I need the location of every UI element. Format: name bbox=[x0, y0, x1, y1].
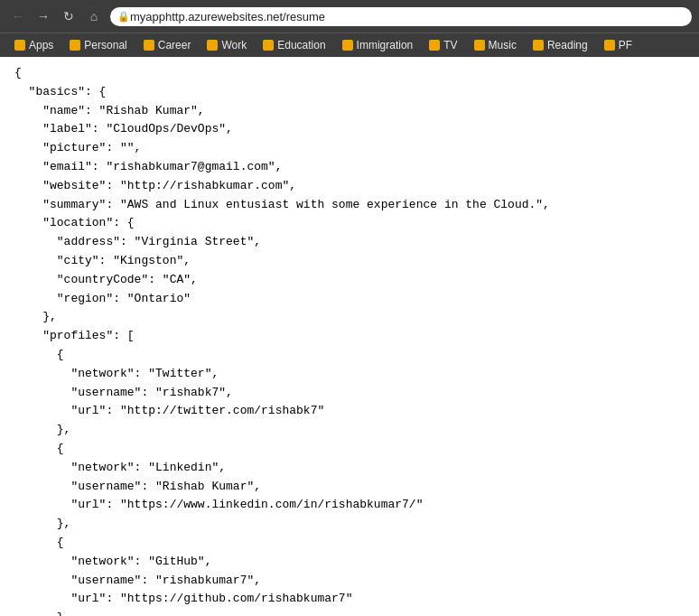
json-line: }, bbox=[14, 421, 685, 440]
json-line: }, bbox=[14, 515, 685, 534]
bookmark-folder-icon bbox=[342, 40, 353, 51]
json-line: "url": "https://github.com/rishabkumar7" bbox=[14, 590, 685, 609]
json-line: { bbox=[14, 440, 685, 459]
reload-button[interactable]: ↻ bbox=[58, 5, 79, 27]
bookmark-label: PF bbox=[619, 39, 632, 51]
bookmark-folder-icon bbox=[533, 40, 544, 51]
json-line: "url": "https://www.linkedin.com/in/rish… bbox=[14, 496, 685, 515]
json-line: "username": "rishabk7", bbox=[14, 384, 685, 403]
bookmark-item[interactable]: PF bbox=[597, 37, 639, 53]
bookmark-folder-icon bbox=[263, 40, 274, 51]
json-line: "summary": "AWS and Linux entusiast with… bbox=[14, 196, 685, 215]
bookmark-folder-icon bbox=[474, 40, 485, 51]
json-line: { bbox=[14, 346, 685, 365]
json-line: "username": "rishabkumar7", bbox=[14, 572, 685, 591]
bookmark-folder-icon bbox=[207, 40, 218, 51]
address-bar-container: 🔒 bbox=[110, 7, 692, 26]
json-line: "countryCode": "CA", bbox=[14, 271, 685, 290]
json-line: } bbox=[14, 609, 685, 616]
forward-button[interactable]: → bbox=[33, 5, 54, 27]
json-line: "username": "Rishab Kumar", bbox=[14, 478, 685, 497]
bookmarks-bar: AppsPersonalCareerWorkEducationImmigrati… bbox=[0, 33, 699, 57]
bookmark-label: Music bbox=[489, 39, 517, 51]
json-line: "profiles": [ bbox=[14, 327, 685, 346]
bookmark-item[interactable]: Immigration bbox=[335, 37, 421, 53]
bookmark-label: Immigration bbox=[357, 39, 414, 51]
bookmark-item[interactable]: TV bbox=[422, 37, 464, 53]
address-input[interactable] bbox=[110, 7, 692, 26]
bookmark-folder-icon bbox=[144, 40, 154, 51]
json-line: "region": "Ontario" bbox=[14, 290, 685, 309]
bookmark-item[interactable]: Reading bbox=[526, 37, 595, 53]
bookmark-label: Apps bbox=[29, 39, 53, 51]
json-line: "basics": { bbox=[14, 83, 685, 102]
json-line: "website": "http://rishabkumar.com", bbox=[14, 177, 685, 196]
browser-chrome: ← → ↻ ⌂ 🔒 bbox=[0, 0, 699, 33]
json-line: { bbox=[14, 534, 685, 553]
bookmark-label: Work bbox=[221, 39, 247, 51]
bookmark-folder-icon bbox=[14, 40, 25, 51]
bookmark-folder-icon bbox=[70, 40, 80, 51]
bookmark-label: Reading bbox=[547, 39, 588, 51]
bookmark-label: Education bbox=[277, 39, 325, 51]
json-line: "name": "Rishab Kumar", bbox=[14, 102, 685, 121]
bookmark-folder-icon bbox=[429, 40, 440, 51]
json-line: "location": { bbox=[14, 214, 685, 233]
json-line: { bbox=[14, 64, 685, 83]
json-line: "network": "GitHub", bbox=[14, 553, 685, 572]
nav-buttons: ← → ↻ ⌂ bbox=[7, 5, 105, 27]
json-line: "network": "Twitter", bbox=[14, 365, 685, 384]
bookmark-item[interactable]: Music bbox=[467, 37, 524, 53]
bookmark-item[interactable]: Apps bbox=[7, 37, 61, 53]
bookmark-item[interactable]: Career bbox=[136, 37, 199, 53]
bookmark-item[interactable]: Work bbox=[200, 37, 254, 53]
bookmark-label: TV bbox=[443, 39, 457, 51]
json-line: "email": "rishabkumar7@gmail.com", bbox=[14, 158, 685, 177]
json-line: }, bbox=[14, 308, 685, 327]
bookmark-item[interactable]: Education bbox=[256, 37, 332, 53]
json-line: "network": "Linkedin", bbox=[14, 459, 685, 478]
bookmark-item[interactable]: Personal bbox=[62, 37, 134, 53]
json-line: "label": "CloudOps/DevOps", bbox=[14, 120, 685, 139]
lock-icon: 🔒 bbox=[117, 11, 130, 23]
main-content: { "basics": { "name": "Rishab Kumar", "l… bbox=[0, 57, 699, 616]
json-line: "address": "Virginia Street", bbox=[14, 233, 685, 252]
bookmark-folder-icon bbox=[604, 40, 615, 51]
bookmark-label: Personal bbox=[84, 39, 126, 51]
json-line: "city": "Kingston", bbox=[14, 252, 685, 271]
back-button[interactable]: ← bbox=[7, 5, 29, 27]
json-line: "url": "http://twitter.com/rishabk7" bbox=[14, 402, 685, 421]
home-button[interactable]: ⌂ bbox=[83, 5, 105, 27]
bookmark-label: Career bbox=[158, 39, 191, 51]
json-line: "picture": "", bbox=[14, 139, 685, 158]
